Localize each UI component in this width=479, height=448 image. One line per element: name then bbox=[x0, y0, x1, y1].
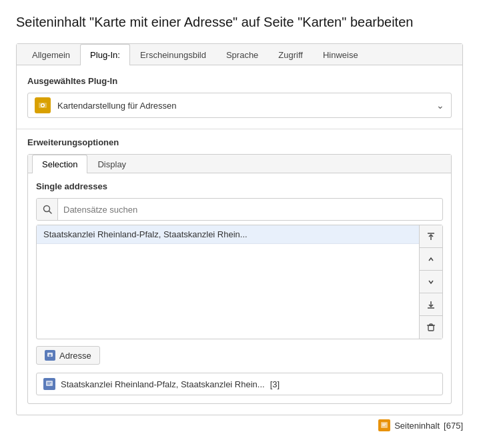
inner-content: Single addresses Staatskanzlei Rheinland… bbox=[28, 173, 451, 403]
move-top-button[interactable] bbox=[420, 225, 442, 248]
delete-button[interactable] bbox=[420, 316, 442, 339]
search-input[interactable] bbox=[58, 199, 442, 220]
move-down-icon bbox=[426, 277, 436, 287]
tab-plugin[interactable]: Plug-In: bbox=[80, 44, 130, 65]
tab-erscheinungsbild[interactable]: Erscheinungsbild bbox=[130, 44, 216, 65]
plugin-section: Ausgewähltes Plug-In Kartendarstellung f… bbox=[17, 65, 462, 129]
move-down-button[interactable] bbox=[420, 271, 442, 293]
tab-selection[interactable]: Selection bbox=[32, 155, 87, 173]
footer-text: Seiteninhalt bbox=[394, 421, 440, 431]
delete-icon bbox=[426, 323, 436, 332]
record-text: Staatskanzlei Rheinland-Pfalz, Staatskan… bbox=[61, 379, 265, 389]
add-adresse-icon bbox=[45, 350, 55, 361]
add-adresse-label: Adresse bbox=[59, 351, 91, 361]
main-card: Allgemein Plug-In: Erscheinungsbild Spra… bbox=[16, 43, 463, 415]
erweiterungs-label: Erweiterungsoptionen bbox=[27, 137, 452, 147]
move-up-button[interactable] bbox=[420, 248, 442, 271]
svg-point-2 bbox=[42, 105, 44, 107]
plugin-icon bbox=[35, 97, 51, 113]
plugin-section-label: Ausgewähltes Plug-In bbox=[27, 76, 452, 86]
record-row: Staatskanzlei Rheinland-Pfalz, Staatskan… bbox=[36, 373, 443, 395]
footer-badge: [675] bbox=[444, 421, 463, 431]
tab-allgemein[interactable]: Allgemein bbox=[22, 44, 80, 65]
plugin-dropdown[interactable]: Kartendarstellung für Adressen ⌄ bbox=[27, 93, 452, 118]
page-title: Seiteninhalt "Karte mit einer Adresse" a… bbox=[16, 13, 463, 31]
erweiterungs-section: Erweiterungsoptionen Selection Display S… bbox=[17, 129, 462, 415]
footer-bar: Seiteninhalt [675] bbox=[16, 415, 463, 431]
add-adresse-button[interactable]: Adresse bbox=[36, 346, 100, 365]
tab-sprache[interactable]: Sprache bbox=[216, 44, 268, 65]
svg-line-4 bbox=[49, 211, 51, 214]
list-content: Staatskanzlei Rheinland-Pfalz, Staatskan… bbox=[37, 225, 419, 339]
svg-rect-15 bbox=[46, 381, 53, 386]
single-addresses-label: Single addresses bbox=[36, 181, 443, 191]
move-bottom-button[interactable] bbox=[420, 293, 442, 316]
inner-tabs-bar: Selection Display bbox=[28, 155, 451, 173]
record-badge: [3] bbox=[270, 379, 280, 389]
move-up-icon bbox=[426, 255, 436, 264]
svg-rect-7 bbox=[428, 325, 434, 331]
list-area: Staatskanzlei Rheinland-Pfalz, Staatskan… bbox=[36, 225, 443, 339]
main-tabs-bar: Allgemein Plug-In: Erscheinungsbild Spra… bbox=[17, 44, 462, 65]
inner-card: Selection Display Single addresses bbox=[27, 154, 452, 404]
tab-zugriff[interactable]: Zugriff bbox=[268, 44, 313, 65]
plugin-name: Kartendarstellung für Adressen bbox=[57, 101, 436, 111]
record-icon bbox=[43, 378, 55, 390]
seiteninhalt-icon bbox=[378, 419, 390, 431]
tab-hinweise[interactable]: Hinweise bbox=[313, 44, 368, 65]
search-button[interactable] bbox=[37, 199, 58, 220]
search-row bbox=[36, 198, 443, 221]
tab-display[interactable]: Display bbox=[87, 155, 136, 173]
move-top-icon bbox=[426, 232, 436, 241]
move-bottom-icon bbox=[426, 300, 436, 309]
list-item[interactable]: Staatskanzlei Rheinland-Pfalz, Staatskan… bbox=[37, 225, 419, 244]
chevron-down-icon: ⌄ bbox=[436, 100, 444, 111]
list-actions bbox=[419, 225, 442, 339]
search-icon bbox=[43, 205, 52, 214]
